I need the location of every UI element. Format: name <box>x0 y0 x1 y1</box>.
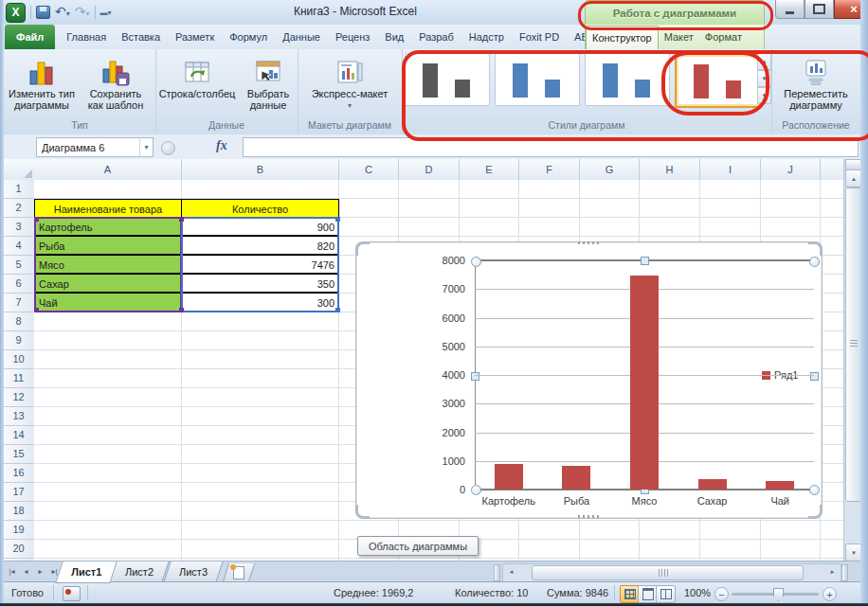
table-header-name[interactable]: Наименование товара <box>34 199 182 218</box>
zoom-slider-thumb[interactable] <box>773 588 784 601</box>
range-handle[interactable] <box>34 308 39 312</box>
row-header-20[interactable]: 20 <box>4 540 33 559</box>
row-header-11[interactable]: 11 <box>4 369 33 388</box>
chart-style-thumb-2[interactable] <box>495 53 580 106</box>
normal-view-button[interactable] <box>620 585 640 603</box>
chart-style-thumb-3[interactable] <box>585 53 670 106</box>
ribbon-tab-надстр[interactable]: Надстр <box>461 25 512 49</box>
page-layout-view-button[interactable] <box>638 585 658 603</box>
minimize-button[interactable] <box>775 0 805 19</box>
row-header-19[interactable]: 19 <box>4 521 33 540</box>
row-header-4[interactable]: 4 <box>4 237 33 256</box>
range-handle[interactable] <box>179 217 184 222</box>
selection-handle[interactable] <box>809 257 820 267</box>
undo-icon[interactable]: ↶▾ <box>55 4 70 22</box>
macro-record-icon[interactable] <box>63 586 81 601</box>
ribbon-tab-данные[interactable]: Данные <box>275 25 328 49</box>
table-header-qty[interactable]: Количество <box>181 199 339 218</box>
column-header-J[interactable]: J <box>761 159 821 180</box>
range-handle[interactable] <box>34 217 39 222</box>
column-header-F[interactable]: F <box>519 159 580 180</box>
scroll-right-icon[interactable]: ▸ <box>825 565 840 579</box>
selection-handle[interactable] <box>809 485 820 495</box>
ribbon-tab-файл[interactable]: Файл <box>5 25 55 49</box>
ribbon-tab-foxit-pd[interactable]: Foxit PD <box>512 25 567 49</box>
ribbon-tab-макет[interactable]: Макет <box>659 25 699 49</box>
row-header-12[interactable]: 12 <box>4 388 33 407</box>
page-break-view-button[interactable] <box>656 585 676 603</box>
row-header-14[interactable]: 14 <box>4 426 33 445</box>
row-header-16[interactable]: 16 <box>4 464 33 483</box>
save-icon[interactable] <box>36 6 50 19</box>
row-header-17[interactable]: 17 <box>4 483 33 502</box>
frame-corner[interactable] <box>355 241 370 256</box>
row-headers[interactable]: 1234567891011121314151617181920 <box>4 180 35 561</box>
row-header-5[interactable]: 5 <box>4 256 33 275</box>
ribbon-tab-abbyy-p[interactable]: ABBYY P <box>567 25 585 49</box>
selection-handle[interactable] <box>471 372 479 381</box>
ribbon-tab-формул[interactable]: Формул <box>222 25 275 49</box>
redo-icon[interactable]: ↷▾ <box>75 4 90 22</box>
column-header-E[interactable]: E <box>460 159 519 180</box>
gallery-more-icon[interactable]: ▾̲ <box>757 87 771 104</box>
splitter[interactable] <box>841 564 848 581</box>
ribbon-tab-разметк[interactable]: Разметк <box>168 25 222 49</box>
gallery-scroll-up-icon[interactable]: ▴ <box>757 53 771 70</box>
chart-bar-Сахар[interactable] <box>698 479 727 490</box>
column-header-A[interactable]: A <box>34 159 182 180</box>
column-header-C[interactable]: C <box>339 159 399 180</box>
formula-bar-button[interactable] <box>161 141 175 155</box>
row-header-8[interactable]: 8 <box>4 312 33 331</box>
chart-bar-Картофель[interactable] <box>495 464 523 490</box>
row-header-6[interactable]: 6 <box>4 275 33 294</box>
selection-handle[interactable] <box>471 257 481 267</box>
range-handle[interactable] <box>335 308 340 312</box>
row-header-10[interactable]: 10 <box>4 350 33 369</box>
selection-handle[interactable] <box>810 372 819 381</box>
formula-input[interactable] <box>243 137 859 157</box>
quick-layout-button[interactable]: Экспресс-макет ▾ <box>309 53 390 110</box>
chart-style-thumb-4[interactable] <box>675 53 762 108</box>
row-header-13[interactable]: 13 <box>4 407 33 426</box>
name-box[interactable]: Диаграмма 6 ▾ <box>36 137 154 157</box>
row-header-9[interactable]: 9 <box>4 331 33 350</box>
ribbon-tab-конструктор[interactable]: Конструктор <box>586 26 659 49</box>
selection-handle[interactable] <box>471 485 481 495</box>
column-header-D[interactable]: D <box>399 159 460 180</box>
sheet-tab-лист3[interactable]: Лист3 <box>163 561 223 582</box>
horizontal-scroll-thumb[interactable] <box>532 565 804 580</box>
row-header-2[interactable]: 2 <box>4 199 33 218</box>
prev-sheet-icon[interactable]: ◂ <box>20 564 32 579</box>
zoom-out-icon[interactable]: − <box>714 587 729 601</box>
vertical-scrollbar[interactable]: ▴ ▾ <box>843 159 861 561</box>
zoom-in-icon[interactable]: + <box>823 587 837 601</box>
gallery-scroll-down-icon[interactable]: ▾ <box>757 70 771 87</box>
change-chart-type-button[interactable]: Изменить типдиаграммы <box>6 53 78 111</box>
row-header-18[interactable]: 18 <box>4 502 33 521</box>
chart-style-thumb-1[interactable] <box>405 53 490 106</box>
frame-corner[interactable] <box>808 241 823 256</box>
select-data-button[interactable]: Выбратьданные <box>241 53 296 111</box>
row-header-7[interactable]: 7 <box>4 294 33 312</box>
frame-corner[interactable] <box>355 505 370 519</box>
excel-logo-icon[interactable]: X <box>6 3 26 23</box>
column-header-I[interactable]: I <box>700 159 761 180</box>
selection-handle[interactable] <box>641 257 649 265</box>
sheet-tab-лист1[interactable]: Лист1 <box>55 561 118 583</box>
column-headers[interactable]: ABCDEFGHIJ <box>34 159 843 181</box>
frame-grip[interactable] <box>578 241 599 244</box>
ribbon-tab-вставка[interactable]: Вставка <box>114 25 168 49</box>
ribbon-tab-разраб[interactable]: Разраб <box>411 25 461 49</box>
column-header-G[interactable]: G <box>580 159 640 180</box>
name-box-dropdown-icon[interactable]: ▾ <box>139 138 153 156</box>
chart-bar-Мясо[interactable] <box>630 276 659 490</box>
row-header-15[interactable]: 15 <box>4 445 33 464</box>
insert-function-icon[interactable]: fx <box>216 138 227 153</box>
first-sheet-icon[interactable]: |◂ <box>6 564 18 579</box>
scroll-left-icon[interactable]: ◂ <box>504 565 518 579</box>
ribbon-tab-реценз[interactable]: Реценз <box>328 25 377 49</box>
move-chart-button[interactable]: Переместитьдиаграмму <box>778 53 854 111</box>
range-handle[interactable] <box>179 308 184 312</box>
sheet-tab-лист2[interactable]: Лист2 <box>109 561 169 582</box>
column-header-H[interactable]: H <box>640 159 700 180</box>
